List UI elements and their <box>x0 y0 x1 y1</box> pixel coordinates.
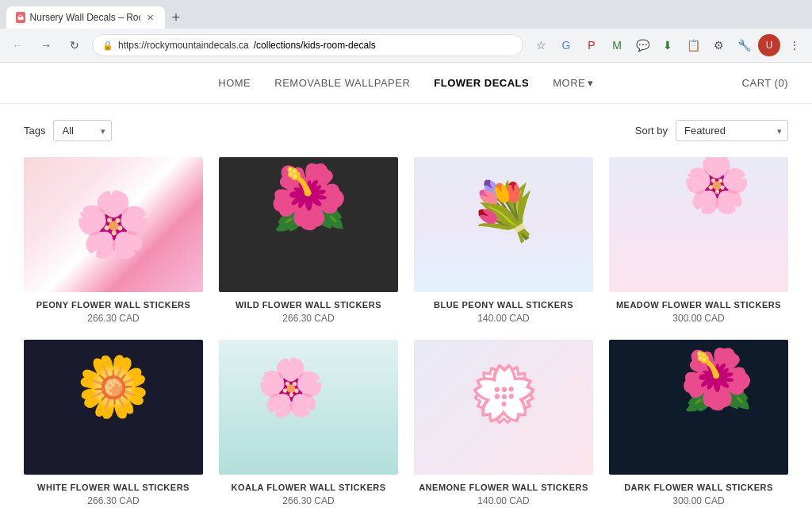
active-tab[interactable]: 🏔 Nursery Wall Decals – Rocky M ✕ <box>6 6 165 29</box>
product-title: WILD FLOWER WALL STICKERS <box>219 300 398 310</box>
site-content: HOME REMOVABLE WALLPAPER FLOWER DECALS M… <box>0 63 812 508</box>
product-price: 266.30 CAD <box>24 495 203 506</box>
back-button[interactable]: ← <box>6 34 29 56</box>
extension-icon-5[interactable]: ⬇ <box>657 34 679 56</box>
cart-button[interactable]: CART (0) <box>742 77 788 89</box>
tags-select[interactable]: All Blue Pink Purple White <box>53 120 112 141</box>
tab-bar: 🏔 Nursery Wall Decals – Rocky M ✕ + <box>0 0 812 29</box>
reload-button[interactable]: ↻ <box>63 34 86 56</box>
filters-row: Tags All Blue Pink Purple White Sort by … <box>24 120 788 141</box>
product-image <box>609 340 788 475</box>
product-card[interactable]: PEONY FLOWER WALL STICKERS 266.30 CAD <box>24 157 203 324</box>
product-image <box>609 157 788 292</box>
sort-select-wrapper: Featured Best Selling Price: Low to High… <box>676 120 788 141</box>
nav-home[interactable]: HOME <box>218 77 251 89</box>
url-prefix: https://rockymountaindecals.ca <box>118 40 249 51</box>
url-bar[interactable]: 🔒 https://rockymountaindecals.ca /collec… <box>92 34 523 56</box>
extension-icon-3[interactable]: M <box>606 34 628 56</box>
address-bar: ← → ↻ 🔒 https://rockymountaindecals.ca /… <box>0 29 812 62</box>
product-price: 266.30 CAD <box>24 313 203 324</box>
products-grid: PEONY FLOWER WALL STICKERS 266.30 CAD WI… <box>24 157 788 506</box>
product-price: 300.00 CAD <box>609 313 788 324</box>
product-title: WHITE FLOWER WALL STICKERS <box>24 483 203 492</box>
tab-close-button[interactable]: ✕ <box>145 11 155 24</box>
extension-icon-2[interactable]: P <box>580 34 603 56</box>
product-image <box>24 157 203 292</box>
tab-title: Nursery Wall Decals – Rocky M <box>30 12 140 23</box>
nav-flower-decals[interactable]: FLOWER DECALS <box>434 77 529 89</box>
product-price: 266.30 CAD <box>219 313 398 324</box>
nav-more[interactable]: MORE ▾ <box>553 77 594 89</box>
toolbar-icons: ☆ G P M 💬 ⬇ 📋 ⚙ 🔧 U ⋮ <box>530 34 806 56</box>
product-card[interactable]: ANEMONE FLOWER WALL STICKERS 140.00 CAD <box>414 340 593 506</box>
tags-filter-group: Tags All Blue Pink Purple White <box>24 120 112 141</box>
product-image <box>219 340 398 475</box>
extension-icon-7[interactable]: ⚙ <box>707 34 730 56</box>
tags-label: Tags <box>24 125 45 137</box>
product-title: KOALA FLOWER WALL STICKERS <box>219 483 398 492</box>
extension-icon-4[interactable]: 💬 <box>631 34 653 56</box>
browser-chrome: 🏔 Nursery Wall Decals – Rocky M ✕ + ← → … <box>0 0 812 63</box>
product-card[interactable]: WHITE FLOWER WALL STICKERS 266.30 CAD <box>24 340 203 506</box>
extension-icon-1[interactable]: G <box>555 34 577 56</box>
product-price: 266.30 CAD <box>219 495 398 506</box>
product-card[interactable]: WILD FLOWER WALL STICKERS 266.30 CAD <box>219 157 398 324</box>
product-price: 140.00 CAD <box>414 313 593 324</box>
product-card[interactable]: MEADOW FLOWER WALL STICKERS 300.00 CAD <box>609 157 788 324</box>
product-image <box>24 340 203 475</box>
menu-button[interactable]: ⋮ <box>783 34 806 56</box>
product-title: ANEMONE FLOWER WALL STICKERS <box>414 483 593 492</box>
product-title: DARK FLOWER WALL STICKERS <box>609 483 788 492</box>
product-image <box>219 157 398 292</box>
product-title: MEADOW FLOWER WALL STICKERS <box>609 300 788 310</box>
extension-icon-6[interactable]: 📋 <box>682 34 704 56</box>
url-path: /collections/kids-room-decals <box>254 40 376 51</box>
lock-icon: 🔒 <box>102 40 113 51</box>
product-card[interactable]: DARK FLOWER WALL STICKERS 300.00 CAD <box>609 340 788 506</box>
sort-label: Sort by <box>635 125 668 137</box>
product-card[interactable]: BLUE PEONY WALL STICKERS 140.00 CAD <box>414 157 593 324</box>
new-tab-button[interactable]: + <box>165 6 187 29</box>
product-card[interactable]: KOALA FLOWER WALL STICKERS 266.30 CAD <box>219 340 398 506</box>
product-title: BLUE PEONY WALL STICKERS <box>414 300 593 310</box>
nav-links: HOME REMOVABLE WALLPAPER FLOWER DECALS M… <box>218 77 593 89</box>
sort-select[interactable]: Featured Best Selling Price: Low to High… <box>676 120 788 141</box>
sort-group: Sort by Featured Best Selling Price: Low… <box>635 120 788 141</box>
tags-select-wrapper: All Blue Pink Purple White <box>53 120 112 141</box>
product-price: 140.00 CAD <box>414 495 593 506</box>
products-section: Tags All Blue Pink Purple White Sort by … <box>0 104 812 508</box>
product-image <box>414 340 593 475</box>
product-price: 300.00 CAD <box>609 495 788 506</box>
nav-removable-wallpaper[interactable]: REMOVABLE WALLPAPER <box>274 77 410 89</box>
chevron-down-icon: ▾ <box>588 77 594 89</box>
forward-button[interactable]: → <box>35 34 57 56</box>
tab-favicon: 🏔 <box>16 12 25 23</box>
site-nav: HOME REMOVABLE WALLPAPER FLOWER DECALS M… <box>0 63 812 104</box>
product-image <box>414 157 593 292</box>
profile-avatar[interactable]: U <box>758 34 780 56</box>
product-title: PEONY FLOWER WALL STICKERS <box>24 300 203 310</box>
bookmark-icon[interactable]: ☆ <box>530 34 552 56</box>
extension-icon-8[interactable]: 🔧 <box>733 34 755 56</box>
